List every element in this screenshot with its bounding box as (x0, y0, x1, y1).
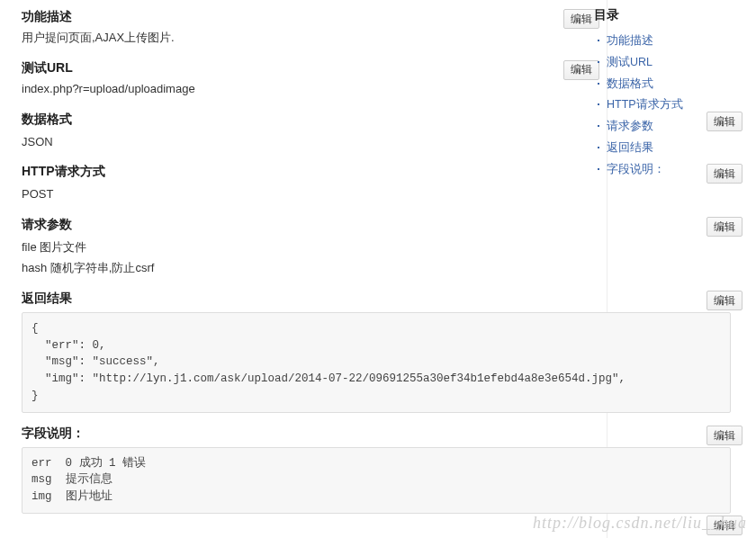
toc-link[interactable]: 数据格式 (607, 77, 653, 90)
section-req: 编辑 请求参数 file 图片文件 hash 随机字符串,防止csrf (22, 217, 603, 278)
section-body: file 图片文件 hash 随机字符串,防止csrf (22, 238, 603, 278)
toc-link[interactable]: HTTP请求方式 (607, 98, 683, 111)
section-body: POST (22, 185, 603, 204)
toc-link[interactable]: 请求参数 (607, 120, 653, 132)
section-title: HTTP请求方式 (22, 164, 603, 180)
edit-button[interactable]: 编辑 (706, 426, 742, 445)
section-title: 测试URL (22, 60, 603, 76)
section-title: 字段说明： (22, 426, 603, 442)
section-body: index.php?r=upload/uploadimage (22, 80, 603, 99)
code-block: { "err": 0, "msg": "success", "img": "ht… (22, 312, 731, 413)
section-title: 数据格式 (22, 112, 603, 128)
section-title: 请求参数 (22, 217, 603, 233)
section-fld: 编辑 字段说明： err 0 成功 1 错误 msg 提示信息 img 图片地址… (22, 426, 603, 514)
edit-button[interactable]: 编辑 (706, 217, 742, 237)
toc-item: 请求参数 (594, 116, 720, 138)
section-fmt: 编辑 数据格式 JSON (22, 112, 603, 152)
toc: 目录 功能描述 测试URL 数据格式 HTTP请求方式 请求参数 返回结果 字段… (594, 7, 720, 180)
toc-item: 返回结果 (594, 138, 720, 159)
section-ret: 编辑 返回结果 { "err": 0, "msg": "success", "i… (22, 291, 603, 413)
section-body: 用户提问页面,AJAX上传图片. (22, 29, 603, 48)
section-body: JSON (22, 133, 603, 152)
toc-link[interactable]: 返回结果 (607, 141, 653, 154)
edit-button[interactable]: 编辑 (706, 516, 742, 535)
toc-item: 功能描述 (594, 31, 720, 52)
section-http: 编辑 HTTP请求方式 POST (22, 164, 603, 204)
toc-link[interactable]: 测试URL (607, 56, 652, 68)
edit-button[interactable]: 编辑 (706, 291, 742, 310)
param-line: file 图片文件 (22, 238, 603, 257)
section-url: 编辑 测试URL index.php?r=upload/uploadimage (22, 60, 603, 99)
section-title: 返回结果 (22, 291, 603, 307)
toc-item: 数据格式 (594, 74, 720, 95)
toc-item: 测试URL (594, 52, 720, 74)
param-line: hash 随机字符串,防止csrf (22, 259, 603, 278)
section-title: 功能描述 (22, 9, 603, 25)
code-block: err 0 成功 1 错误 msg 提示信息 img 图片地址 (22, 447, 731, 514)
toc-item: 字段说明： (594, 159, 720, 181)
toc-link[interactable]: 功能描述 (607, 34, 653, 47)
toc-item: HTTP请求方式 (594, 94, 720, 116)
section-func: 编辑 功能描述 用户提问页面,AJAX上传图片. (22, 9, 603, 48)
main-content: 编辑 功能描述 用户提问页面,AJAX上传图片. 编辑 测试URL index.… (0, 0, 603, 526)
toc-title: 目录 (594, 7, 720, 23)
toc-list: 功能描述 测试URL 数据格式 HTTP请求方式 请求参数 返回结果 字段说明： (594, 31, 720, 180)
toc-link[interactable]: 字段说明： (607, 163, 665, 175)
